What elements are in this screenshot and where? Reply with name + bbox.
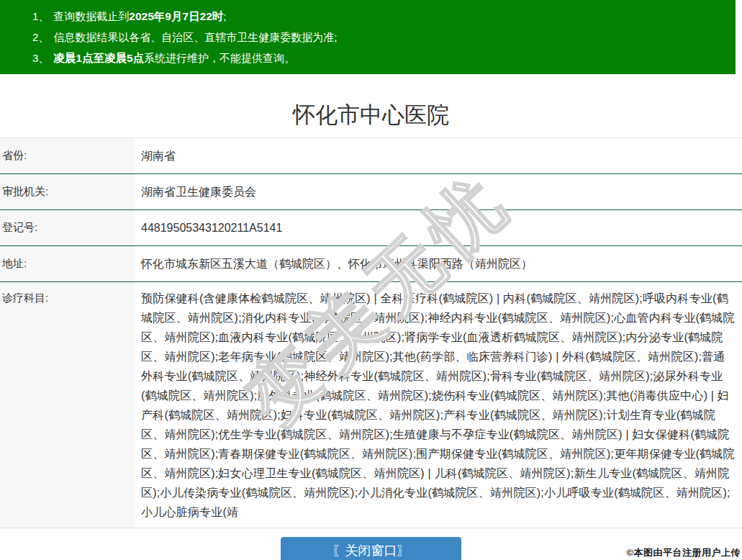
close-window-button[interactable]: 〖关闭窗口〗 [281, 537, 461, 560]
row-label: 审批机关: [0, 174, 135, 209]
table-row-registration-number: 登记号: 44819505343120211A5141 [0, 210, 742, 246]
uploader-credit-watermark: ©本图由平台注册用户上传 [626, 546, 741, 559]
row-value: 湖南省卫生健康委员会 [135, 174, 742, 209]
row-label: 登记号: [0, 210, 135, 245]
notice-bold-text: 2025年9月7日22时 [129, 10, 223, 22]
notice-line-3: 3、凌晨1点至凌晨5点系统进行维护，不能提供查询。 [32, 48, 736, 68]
notice-number: 1、 [32, 10, 49, 22]
row-label: 省份: [0, 138, 135, 173]
table-row-approval-authority: 审批机关: 湖南省卫生健康委员会 [0, 174, 742, 210]
row-value: 44819505343120211A5141 [135, 210, 742, 245]
row-value: 湖南省 [135, 138, 742, 173]
notice-text: ; [223, 10, 226, 22]
notice-banner: 1、查询数据截止到2025年9月7日22时; 2、信息数据结果以各省、自治区、直… [0, 0, 736, 74]
notice-number: 3、 [32, 52, 49, 64]
row-label: 地址: [0, 246, 135, 281]
table-row-address: 地址: 怀化市城东新区五溪大道（鹤城院区）、怀化市靖州县渠阳西路（靖州院区） [0, 246, 742, 282]
row-label: 诊疗科目: [0, 282, 135, 528]
table-row-medical-departments: 诊疗科目: 预防保健科(含健康体检鹤城院区、靖州院区) | 全科医疗科(鹤城院区… [0, 282, 742, 528]
notice-line-1: 1、查询数据截止到2025年9月7日22时; [32, 6, 736, 27]
page-title: 怀化市中心医院 [0, 98, 742, 137]
notice-text: 查询数据截止到 [53, 10, 129, 22]
notice-bold-text: 凌晨1点至凌晨5点 [53, 52, 144, 64]
table-row-province: 省份: 湖南省 [0, 138, 742, 174]
notice-line-2: 2、信息数据结果以各省、自治区、直辖市卫生健康委数据为准; [32, 27, 736, 48]
notice-number: 2、 [32, 31, 49, 43]
hospital-info-table: 省份: 湖南省 审批机关: 湖南省卫生健康委员会 登记号: 4481950534… [0, 137, 742, 528]
notice-text: 系统进行维护，不能提供查询。 [144, 52, 295, 64]
notice-text: 信息数据结果以各省、自治区、直辖市卫生健康委数据为准; [53, 31, 337, 43]
row-value: 预防保健科(含健康体检鹤城院区、靖州院区) | 全科医疗科(鹤城院区) | 内科… [135, 282, 742, 528]
row-value: 怀化市城东新区五溪大道（鹤城院区）、怀化市靖州县渠阳西路（靖州院区） [135, 246, 742, 281]
